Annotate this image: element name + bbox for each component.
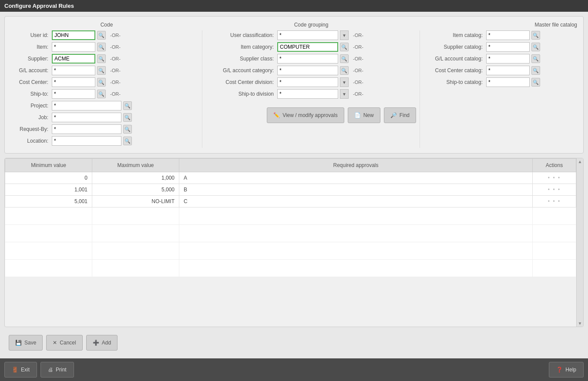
cell-actions-2[interactable]: • • • xyxy=(533,196,576,207)
item-catalog-search-btn[interactable]: 🔍 xyxy=(531,31,540,40)
supplier-class-search-btn[interactable]: 🔍 xyxy=(340,54,349,63)
gl-account-search-btn[interactable]: 🔍 xyxy=(97,66,106,75)
project-search-btn[interactable]: 🔍 xyxy=(123,101,132,110)
user-class-input[interactable] xyxy=(277,30,338,40)
gl-account-input[interactable] xyxy=(52,66,95,75)
col-min-value: Minimum value xyxy=(5,159,92,172)
col-max-value: Maximum value xyxy=(92,159,179,172)
gl-catalog-input[interactable] xyxy=(486,54,530,64)
print-icon: 🖨 xyxy=(48,367,53,373)
master-file-catalog-label: Master file catalog xyxy=(535,22,577,28)
item-catalog-input[interactable] xyxy=(486,30,530,40)
cell-actions-0[interactable]: • • • xyxy=(533,172,576,184)
help-icon: ❓ xyxy=(556,367,563,373)
request-by-search-btn[interactable]: 🔍 xyxy=(123,125,132,134)
supplier-class-input[interactable] xyxy=(277,54,338,64)
item-category-input[interactable] xyxy=(277,42,338,52)
cg-or-1: -OR- xyxy=(350,33,366,38)
cc-div-dropdown[interactable]: ▼ xyxy=(340,77,349,87)
cell-max-2: NO-LIMIT xyxy=(92,196,179,207)
item-input[interactable] xyxy=(52,42,95,52)
ship-to-input[interactable] xyxy=(52,89,95,99)
ship-div-input[interactable] xyxy=(277,89,338,99)
help-button[interactable]: ❓ Help xyxy=(549,362,584,378)
table-section: Minimum value Maximum value Required app… xyxy=(4,158,584,327)
user-id-input[interactable] xyxy=(52,30,95,40)
save-button[interactable]: 💾 Save xyxy=(9,335,43,351)
gl-cat-input[interactable] xyxy=(277,66,338,75)
print-button[interactable]: 🖨 Print xyxy=(40,362,74,378)
cell-required-2: C xyxy=(179,196,533,207)
bottom-buttons: 💾 Save ✕ Cancel ➕ Add xyxy=(4,331,584,354)
ship-catalog-label: Ship-to catalog: xyxy=(423,79,484,85)
user-id-search-btn[interactable]: 🔍 xyxy=(97,31,106,40)
item-search-btn[interactable]: 🔍 xyxy=(97,43,106,51)
job-input[interactable] xyxy=(52,113,121,122)
cg-or-3: -OR- xyxy=(350,56,366,61)
cc-div-label: Cost Center division: xyxy=(206,79,276,85)
cancel-button[interactable]: ✕ Cancel xyxy=(46,335,82,351)
table-row-empty xyxy=(5,225,576,242)
main-window: Configure Approval Rules Code Code group… xyxy=(0,0,588,381)
project-label: Project: xyxy=(11,103,50,109)
table-row-empty xyxy=(5,207,576,225)
title-bar: Configure Approval Rules xyxy=(0,0,588,12)
item-cat-search-btn[interactable]: 🔍 xyxy=(340,43,349,51)
find-label: Find xyxy=(400,112,410,118)
location-search-btn[interactable]: 🔍 xyxy=(123,137,132,145)
supplier-search-btn[interactable]: 🔍 xyxy=(97,54,106,63)
gl-catalog-label: G/L account catalog: xyxy=(423,56,484,62)
cell-min-1: 1,001 xyxy=(5,184,92,196)
cell-required-1: B xyxy=(179,184,533,196)
ship-to-search-btn[interactable]: 🔍 xyxy=(97,90,106,98)
cc-catalog-label: Cost Center catalog: xyxy=(423,67,484,74)
cancel-label: Cancel xyxy=(60,340,76,346)
cell-actions-1[interactable]: • • • xyxy=(533,184,576,196)
supplier-input[interactable] xyxy=(52,54,95,64)
supplier-catalog-label: Supplier catalog: xyxy=(423,44,484,50)
cc-div-input[interactable] xyxy=(277,77,338,87)
or-label-5: -OR- xyxy=(108,80,123,85)
code-grouping-column: User classification: ▼ -OR- Item categor… xyxy=(202,30,420,148)
new-btn[interactable]: 📄 New xyxy=(348,107,380,123)
cost-center-input[interactable] xyxy=(52,77,95,87)
exit-button[interactable]: 🚪 Exit xyxy=(4,362,37,378)
table-row: 0 1,000 A • • • xyxy=(5,172,576,184)
gl-catalog-search-btn[interactable]: 🔍 xyxy=(531,54,540,63)
view-modify-btn[interactable]: ✏️ View / modify approvals xyxy=(267,107,344,123)
table-wrapper[interactable]: Minimum value Maximum value Required app… xyxy=(5,158,576,327)
scrollbar[interactable]: ▲ ▼ xyxy=(576,158,583,327)
save-icon: 💾 xyxy=(15,340,22,346)
cell-max-0: 1,000 xyxy=(92,172,179,184)
col-required-approvals: Required approvals xyxy=(179,159,533,172)
ship-div-dropdown[interactable]: ▼ xyxy=(340,89,349,99)
ship-catalog-search-btn[interactable]: 🔍 xyxy=(531,78,540,87)
or-label-4: -OR- xyxy=(108,68,123,73)
cg-or-5: -OR- xyxy=(350,80,366,85)
footer-bar: 🚪 Exit 🖨 Print ❓ Help xyxy=(0,358,588,381)
cost-center-search-btn[interactable]: 🔍 xyxy=(97,78,106,87)
or-label-2: -OR- xyxy=(108,44,123,50)
table-row: 5,001 NO-LIMIT C • • • xyxy=(5,196,576,207)
find-btn[interactable]: 🔎 Find xyxy=(384,107,416,123)
scroll-up-arrow[interactable]: ▲ xyxy=(578,159,582,164)
gl-cat-search-btn[interactable]: 🔍 xyxy=(340,66,349,75)
exit-icon: 🚪 xyxy=(12,367,18,373)
user-class-dropdown[interactable]: ▼ xyxy=(340,30,349,40)
form-section: Code Code grouping Master file catalog U… xyxy=(4,16,584,154)
cc-catalog-input[interactable] xyxy=(486,66,530,75)
request-by-input[interactable] xyxy=(52,124,121,134)
job-label: Job: xyxy=(11,114,50,120)
code-header: Code xyxy=(101,22,113,28)
supplier-catalog-input[interactable] xyxy=(486,42,530,52)
scroll-down-arrow[interactable]: ▼ xyxy=(578,321,582,326)
job-search-btn[interactable]: 🔍 xyxy=(123,113,132,122)
project-input[interactable] xyxy=(52,101,121,110)
gl-account-label: G/L account: xyxy=(11,67,50,74)
item-label: Item: xyxy=(11,44,50,50)
supplier-catalog-search-btn[interactable]: 🔍 xyxy=(531,43,540,51)
ship-catalog-input[interactable] xyxy=(486,77,530,87)
cc-catalog-search-btn[interactable]: 🔍 xyxy=(531,66,540,75)
location-input[interactable] xyxy=(52,136,121,146)
add-button[interactable]: ➕ Add xyxy=(86,335,118,351)
